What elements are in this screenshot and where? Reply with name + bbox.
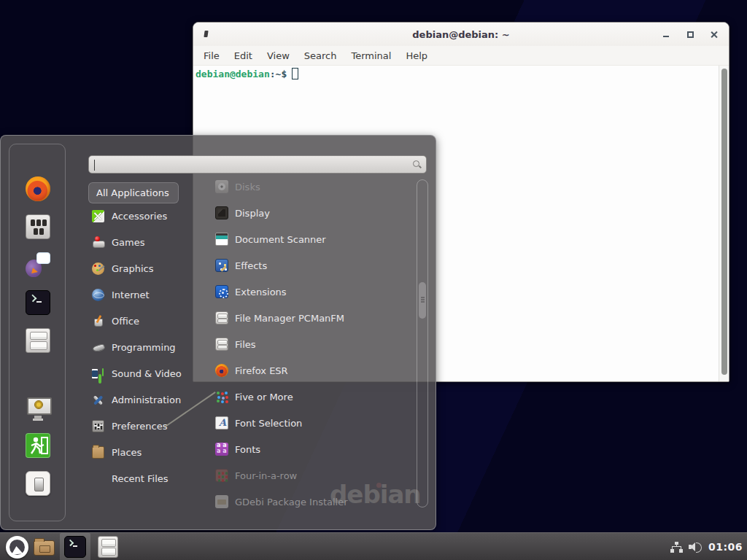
menu-terminal[interactable]: Terminal	[344, 50, 398, 61]
firefox-icon[interactable]	[26, 176, 50, 201]
application-list: Disks Display Document Scanner Effects E…	[205, 174, 418, 515]
sound-video-icon	[92, 368, 104, 380]
clock[interactable]: 01:06	[708, 541, 743, 553]
programming-icon	[92, 341, 104, 354]
search-input[interactable]	[93, 158, 407, 171]
category-internet[interactable]: Internet	[88, 281, 199, 308]
administration-icon	[92, 394, 104, 406]
menu-logo-icon	[6, 536, 28, 559]
maximize-icon	[687, 31, 694, 38]
app-fonts[interactable]: Fonts	[205, 436, 418, 462]
running-man-glyph	[26, 433, 50, 458]
category-recent-files[interactable]: Recent Files	[88, 465, 199, 491]
app-disks[interactable]: Disks	[205, 174, 418, 200]
scrollbar-thumb[interactable]	[419, 282, 426, 319]
all-applications-label: All Applications	[96, 187, 169, 198]
volume-cone	[690, 542, 695, 551]
terminal-titlebar[interactable]: debian@debian: ~	[193, 23, 729, 46]
app-document-scanner[interactable]: Document Scanner	[205, 226, 418, 252]
menu-search[interactable]: Search	[297, 50, 344, 61]
category-places[interactable]: Places	[88, 439, 199, 465]
file-manager-launcher[interactable]	[30, 533, 58, 560]
app-extensions[interactable]: Extensions	[205, 279, 418, 305]
terminal-scrollbar[interactable]	[719, 66, 729, 381]
app-display[interactable]: Display	[205, 200, 418, 226]
terminal-menubar: File Edit View Search Terminal Help	[193, 46, 729, 66]
internet-icon	[92, 289, 104, 301]
folder-icon	[34, 540, 55, 556]
accessories-icon	[92, 210, 104, 222]
app-file-manager-pcmanfm[interactable]: File Manager PCManFM	[205, 305, 418, 331]
shutdown-icon[interactable]	[26, 471, 50, 496]
maximize-button[interactable]	[684, 28, 696, 40]
effects-icon	[215, 259, 228, 272]
menu-file[interactable]: File	[196, 50, 227, 61]
terminal-icon	[64, 536, 86, 558]
menu-help[interactable]: Help	[398, 50, 435, 61]
system-tray: 01:06	[670, 533, 743, 560]
files-launcher[interactable]	[93, 533, 123, 560]
file-cabinet-icon	[215, 338, 228, 351]
category-sound-video[interactable]: Sound & Video	[88, 360, 199, 386]
terminal-scrollbar-thumb[interactable]	[721, 69, 727, 375]
category-programming[interactable]: Programming	[88, 334, 199, 360]
favorites-column	[9, 144, 66, 521]
menu-button[interactable]	[4, 533, 30, 560]
fonts-icon	[215, 443, 228, 456]
category-list: Accessories Games Graphics Internet Offi…	[88, 203, 199, 491]
firefox-icon	[215, 364, 228, 377]
menu-view[interactable]: View	[260, 50, 297, 61]
terminal-cursor	[292, 68, 298, 79]
category-graphics[interactable]: Graphics	[88, 255, 199, 281]
all-applications-button[interactable]: All Applications	[88, 182, 179, 203]
app-firefox-esr[interactable]: Firefox ESR	[205, 357, 418, 384]
games-icon	[92, 236, 104, 249]
five-or-more-icon	[215, 390, 228, 403]
menu-edit[interactable]: Edit	[227, 50, 260, 61]
search-icon	[413, 160, 419, 167]
desktop: debian debian@debian: ~ File Edit View S…	[0, 0, 747, 560]
extensions-icon	[215, 285, 228, 298]
file-cabinet-icon	[98, 536, 118, 558]
category-administration[interactable]: Administration	[88, 386, 199, 413]
office-icon	[92, 315, 104, 327]
document-scanner-icon	[215, 233, 228, 246]
app-four-in-a-row[interactable]: Four-in-a-row	[205, 462, 418, 489]
file-manager-icon[interactable]	[26, 328, 50, 353]
font-selection-icon	[215, 416, 228, 429]
prompt-user-host: debian@debian	[196, 69, 270, 79]
taskbar: 01:06	[0, 532, 747, 560]
app-font-selection[interactable]: Font Selection	[205, 410, 418, 436]
volume-icon[interactable]	[689, 541, 703, 553]
pidgin-beak	[31, 268, 39, 275]
graphics-icon	[92, 262, 104, 275]
preferences-icon	[92, 420, 104, 432]
applications-scrollbar[interactable]	[417, 179, 428, 508]
file-cabinet-icon	[215, 311, 228, 324]
app-files[interactable]: Files	[205, 331, 418, 357]
category-accessories[interactable]: Accessories	[88, 203, 199, 229]
app-five-or-more[interactable]: Five or More	[205, 384, 418, 410]
lock-screen-icon[interactable]	[26, 395, 50, 420]
display-icon	[215, 206, 228, 219]
category-games[interactable]: Games	[88, 229, 199, 255]
monitor-stand	[34, 416, 42, 419]
close-button[interactable]	[708, 28, 720, 40]
network-icon[interactable]	[670, 542, 683, 553]
gdebi-icon	[215, 495, 228, 508]
pidgin-icon[interactable]	[26, 252, 50, 277]
minimize-button[interactable]	[660, 28, 672, 40]
four-in-a-row-icon	[215, 469, 228, 482]
terminal-title: debian@debian: ~	[193, 29, 729, 40]
category-office[interactable]: Office	[88, 308, 199, 334]
terminal-icon[interactable]	[26, 290, 50, 315]
places-icon	[92, 446, 104, 459]
logout-icon[interactable]	[26, 433, 50, 458]
terminal-task-button[interactable]	[60, 533, 90, 560]
settings-mixer-icon[interactable]	[26, 214, 50, 239]
app-effects[interactable]: Effects	[205, 252, 418, 279]
disks-icon	[215, 180, 228, 193]
category-preferences[interactable]: Preferences	[88, 413, 199, 439]
search-box[interactable]	[88, 155, 427, 174]
app-gdebi-package-installer[interactable]: GDebi Package Installer	[205, 489, 418, 515]
